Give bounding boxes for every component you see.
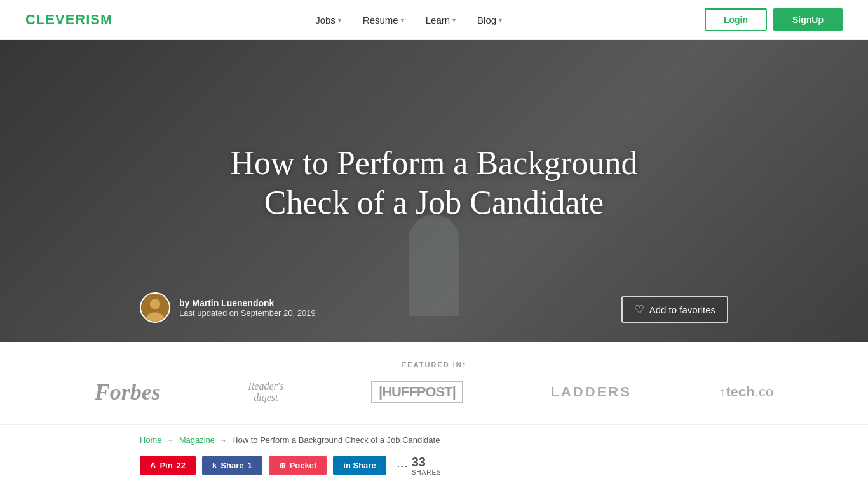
breadcrumb-arrow-icon: → — [167, 437, 174, 444]
article-date: Last updated on September 20, 2019 — [179, 308, 316, 318]
ladders-logo: LADDERS — [551, 384, 632, 400]
facebook-share-button[interactable]: k Share 1 — [202, 456, 262, 475]
techco-logo: ↑tech.co — [719, 384, 774, 400]
signup-button[interactable]: SignUp — [773, 8, 843, 31]
logo[interactable]: CLEVERISM — [25, 11, 112, 28]
chevron-down-icon: ▾ — [452, 17, 456, 24]
linkedin-share-button[interactable]: in Share — [333, 456, 386, 475]
pin-icon: A — [150, 461, 156, 470]
nav-menu: Jobs ▾ Resume ▾ Learn ▾ Blog ▾ — [308, 0, 510, 40]
login-button[interactable]: Login — [705, 8, 767, 31]
navbar: CLEVERISM Jobs ▾ Resume ▾ Learn ▾ Blog ▾… — [0, 0, 868, 40]
readers-digest-logo: Reader's digest — [248, 381, 284, 403]
chevron-down-icon: ▾ — [499, 17, 502, 24]
breadcrumb-current: How to Perform a Background Check of a J… — [232, 435, 440, 445]
nav-resume[interactable]: Resume ▾ — [355, 0, 412, 40]
pinterest-share-button[interactable]: A Pin 22 — [140, 456, 196, 475]
avatar-image — [141, 292, 169, 323]
heart-icon: ♡ — [634, 302, 644, 316]
article-title: How to Perform a Background Check of a J… — [186, 144, 682, 223]
nav-blog[interactable]: Blog ▾ — [470, 0, 510, 40]
pocket-icon: ⊕ — [279, 461, 286, 470]
forbes-logo: Forbes — [95, 379, 161, 405]
hero-section: How to Perform a Background Check of a J… — [0, 40, 868, 342]
featured-logos: Forbes Reader's digest |HUFFPOST| LADDER… — [51, 379, 817, 405]
logo-green: ISM — [86, 11, 112, 27]
pocket-share-button[interactable]: ⊕ Pocket — [269, 456, 327, 475]
add-to-favorites-button[interactable]: ♡ Add to favorites — [621, 296, 728, 323]
logo-black: CLEVER — [25, 11, 86, 27]
nav-jobs[interactable]: Jobs ▾ — [308, 0, 349, 40]
author-name: by Martin Luenendonk — [179, 298, 316, 308]
author-avatar — [140, 292, 170, 323]
author-details: by Martin Luenendonk Last updated on Sep… — [179, 298, 316, 318]
chevron-down-icon: ▾ — [338, 17, 341, 24]
breadcrumb-arrow-icon: → — [220, 437, 227, 444]
huffpost-logo: |HUFFPOST| — [371, 381, 463, 403]
share-bar: A Pin 22 k Share 1 ⊕ Pocket in Share ⋯ 3… — [0, 450, 868, 486]
featured-label: FEATURED IN: — [51, 361, 817, 369]
share-icon: k — [212, 461, 217, 470]
breadcrumb-home[interactable]: Home — [140, 435, 162, 445]
article-meta: by Martin Luenendonk Last updated on Sep… — [140, 292, 316, 323]
breadcrumb-magazine[interactable]: Magazine — [179, 435, 215, 445]
svg-point-1 — [150, 299, 161, 309]
navbar-actions: Login SignUp — [705, 8, 843, 31]
total-shares: ⋯ 33 SHARES — [397, 455, 442, 476]
chevron-down-icon: ▾ — [401, 17, 404, 24]
featured-section: FEATURED IN: Forbes Reader's digest |HUF… — [0, 342, 868, 425]
breadcrumb: Home → Magazine → How to Perform a Backg… — [0, 425, 868, 450]
share-dots-icon: ⋯ — [397, 459, 408, 473]
nav-learn[interactable]: Learn ▾ — [418, 0, 463, 40]
